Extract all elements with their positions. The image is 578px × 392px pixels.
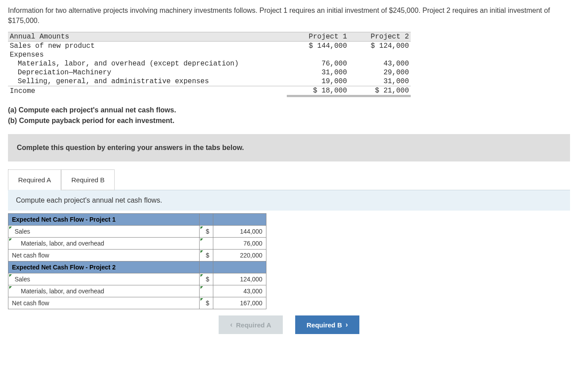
prev-button[interactable]: ‹ Required A <box>219 315 283 334</box>
depreciation-p2: 29,000 <box>349 68 411 77</box>
materials-label: Materials, labor, and overhead (except d… <box>8 59 287 68</box>
expenses-label: Expenses <box>8 50 287 59</box>
prev-button-label: Required A <box>236 321 271 329</box>
tab-strip: Required A Required B <box>8 169 570 190</box>
sga-label: Selling, general, and administrative exp… <box>8 77 287 86</box>
p2-ncf-input[interactable]: 167,000 <box>213 297 266 309</box>
p1-materials-sym-dropdown[interactable] <box>200 238 213 250</box>
tab-description: Compute each project's annual net cash f… <box>8 190 570 211</box>
annual-amounts-label: Annual Amounts <box>8 32 287 42</box>
sales-p1: $ 144,000 <box>287 42 349 51</box>
p1-sales-sym-dropdown[interactable]: $ <box>200 226 213 238</box>
p2-materials-input[interactable]: 43,000 <box>213 285 266 297</box>
table-row: Sales $ 144,000 <box>8 226 266 238</box>
p1-ncf-label: Net cash flow <box>8 250 200 261</box>
table-row: Materials, labor, and overhead 43,000 <box>8 285 266 297</box>
instruction-banner: Complete this question by entering your … <box>8 134 570 161</box>
sga-row: Selling, general, and administrative exp… <box>8 77 411 86</box>
table-row: Materials, labor, and overhead 76,000 <box>8 238 266 250</box>
table-row: Net cash flow $ 167,000 <box>8 297 266 309</box>
next-button-label: Required B <box>307 321 342 329</box>
data-table: Annual Amounts Project 1 Project 2 Sales… <box>8 32 411 97</box>
income-label: Income <box>8 86 287 96</box>
sga-p2: 31,000 <box>349 77 411 86</box>
tab-required-b[interactable]: Required B <box>61 169 115 190</box>
p2-header-val <box>213 261 266 273</box>
table-row: Sales $ 124,000 <box>8 273 266 285</box>
p1-header-row: Expected Net Cash Flow - Project 1 <box>8 214 266 226</box>
p2-sales-sym-dropdown[interactable]: $ <box>200 273 213 285</box>
p1-header-val <box>213 214 266 226</box>
p2-materials-sym-dropdown[interactable] <box>200 285 213 297</box>
depreciation-label: Depreciation—Machinery <box>8 68 287 77</box>
answer-table: Expected Net Cash Flow - Project 1 Sales… <box>8 213 266 309</box>
materials-p2: 43,000 <box>349 59 411 68</box>
problem-intro: Information for two alternative projects… <box>8 5 570 26</box>
p1-ncf-input[interactable]: 220,000 <box>213 250 266 261</box>
tab-required-a[interactable]: Required A <box>8 169 61 190</box>
chevron-left-icon: ‹ <box>230 321 232 329</box>
project1-header: Project 1 <box>287 32 349 42</box>
table-header-row: Annual Amounts Project 1 Project 2 <box>8 32 411 42</box>
question-list: (a) Compute each project's annual net ca… <box>8 105 570 126</box>
sales-label: Sales of new product <box>8 42 287 51</box>
table-row: Net cash flow $ 220,000 <box>8 250 266 261</box>
p1-header-sym <box>200 214 213 226</box>
materials-p1: 76,000 <box>287 59 349 68</box>
depreciation-row: Depreciation—Machinery 31,000 29,000 <box>8 68 411 77</box>
p2-sales-dropdown[interactable]: Sales <box>8 273 200 285</box>
p2-header-row: Expected Net Cash Flow - Project 2 <box>8 261 266 273</box>
p1-materials-dropdown[interactable]: Materials, labor, and overhead <box>8 238 200 250</box>
p2-materials-dropdown[interactable]: Materials, labor, and overhead <box>8 285 200 297</box>
income-row: Income $ 18,000 $ 21,000 <box>8 86 411 96</box>
p1-header-label: Expected Net Cash Flow - Project 1 <box>8 214 200 226</box>
project2-header: Project 2 <box>349 32 411 42</box>
p1-sales-dropdown[interactable]: Sales <box>8 226 200 238</box>
sga-p1: 19,000 <box>287 77 349 86</box>
p2-sales-input[interactable]: 124,000 <box>213 273 266 285</box>
p1-materials-input[interactable]: 76,000 <box>213 238 266 250</box>
nav-buttons: ‹ Required A Required B › <box>8 315 570 334</box>
materials-row: Materials, labor, and overhead (except d… <box>8 59 411 68</box>
data-table-wrap: Annual Amounts Project 1 Project 2 Sales… <box>8 32 570 97</box>
p1-ncf-sym-dropdown[interactable]: $ <box>200 250 213 261</box>
p2-ncf-label: Net cash flow <box>8 297 200 309</box>
p1-sales-input[interactable]: 144,000 <box>213 226 266 238</box>
p2-header-label: Expected Net Cash Flow - Project 2 <box>8 261 200 273</box>
income-p2: $ 21,000 <box>349 86 411 96</box>
sales-row: Sales of new product $ 144,000 $ 124,000 <box>8 42 411 51</box>
expenses-row: Expenses <box>8 50 411 59</box>
p2-header-sym <box>200 261 213 273</box>
chevron-right-icon: › <box>346 321 348 329</box>
question-b: (b) Compute payback period for each inve… <box>8 115 570 126</box>
income-p1: $ 18,000 <box>287 86 349 96</box>
question-a: (a) Compute each project's annual net ca… <box>8 105 570 115</box>
p2-ncf-sym-dropdown[interactable]: $ <box>200 297 213 309</box>
sales-p2: $ 124,000 <box>349 42 411 51</box>
depreciation-p1: 31,000 <box>287 68 349 77</box>
next-button[interactable]: Required B › <box>295 315 359 334</box>
